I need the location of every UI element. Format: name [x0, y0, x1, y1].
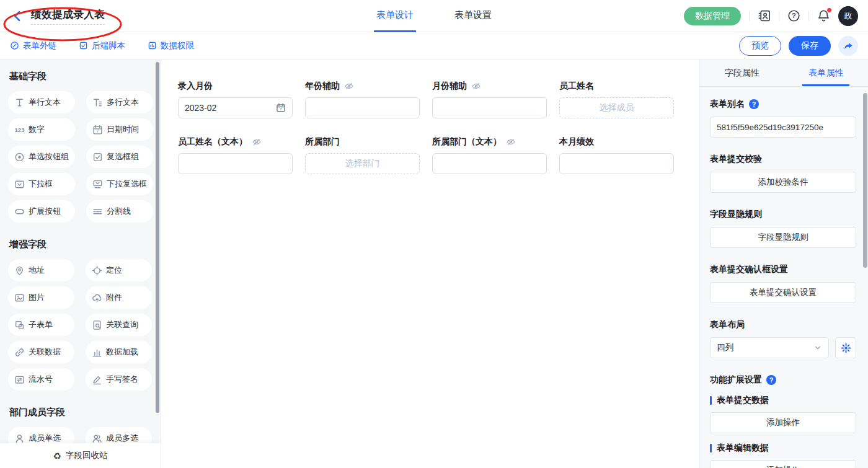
save-button[interactable]: 保存	[789, 36, 831, 56]
sidebar-scrollbar[interactable]	[156, 62, 159, 413]
field-pill-checkbox-group[interactable]: 复选框组	[86, 146, 153, 168]
enhanced-fields-grid: 地址 定位 图片 附件 子表单 关联查询 关联数据 数据加载 流水号 手写签名	[8, 259, 152, 391]
field-recycle-bin[interactable]: 字段回收站	[0, 443, 161, 468]
field-label: 录入月份	[178, 81, 213, 92]
tab-field-properties[interactable]: 字段属性	[700, 60, 784, 86]
field-pill-signature[interactable]: 手写签名	[86, 368, 152, 391]
text-input[interactable]	[432, 153, 547, 174]
submit-data-add-action-button[interactable]: 添加操作	[710, 412, 856, 433]
field-pill-locate[interactable]: 定位	[86, 259, 152, 281]
data-manage-button[interactable]: 数据管理	[684, 7, 741, 25]
layout-select-value: 四列	[717, 342, 733, 353]
help-icon[interactable]	[787, 9, 800, 22]
form-field-entry-month[interactable]: 录入月份 2023-02	[178, 81, 293, 118]
extend-button-icon	[14, 206, 25, 217]
submit-confirm-button[interactable]: 表单提交确认设置	[710, 282, 856, 303]
form-alias-label-row: 表单别名	[710, 99, 856, 110]
pill-label: 关联查询	[106, 319, 138, 330]
layout-select[interactable]: 四列	[710, 337, 829, 358]
back-icon[interactable]	[11, 10, 24, 22]
text-input[interactable]	[178, 153, 293, 174]
pill-label: 下拉框	[29, 179, 53, 190]
contacts-icon[interactable]	[758, 9, 771, 22]
department-picker[interactable]: 选择部门	[305, 153, 420, 174]
field-pill-datetime[interactable]: 日期时间	[86, 118, 153, 141]
field-visibility-label: 字段显隐规则	[710, 209, 856, 220]
field-pill-divider[interactable]: 分割线	[86, 200, 153, 223]
pill-label: 附件	[106, 292, 122, 303]
field-pill-subform[interactable]: 子表单	[8, 314, 74, 336]
hidden-eye-icon	[252, 137, 262, 147]
add-validation-button[interactable]: 添加校验条件	[710, 172, 856, 193]
linked-data-icon	[14, 347, 25, 358]
external-link-label: 表单外链	[23, 40, 56, 51]
field-pill-dropdown-multi[interactable]: 下拉复选框	[86, 173, 153, 195]
panel-scrollbar[interactable]	[863, 93, 867, 268]
field-visibility-button[interactable]: 字段显隐规则	[710, 227, 856, 248]
form-alias-input[interactable]	[710, 117, 856, 138]
field-pill-dropdown[interactable]: 下拉框	[8, 173, 75, 195]
form-layout-label: 表单布局	[710, 319, 856, 330]
form-field-department[interactable]: 所属部门 选择部门	[305, 136, 420, 174]
form-field-department-text[interactable]: 所属部门（文本）	[432, 136, 547, 174]
divider	[779, 11, 779, 21]
field-label: 员工姓名	[559, 81, 594, 92]
section-title-enhanced-fields: 增强字段	[9, 239, 152, 250]
form-field-month-helper[interactable]: 月份辅助	[432, 81, 547, 118]
divider	[808, 11, 809, 21]
notification-dot	[827, 8, 831, 12]
form-field-employee-name[interactable]: 员工姓名 选择成员	[559, 81, 674, 118]
help-icon[interactable]	[766, 375, 776, 385]
pill-label: 图片	[29, 292, 45, 303]
pill-label: 日期时间	[107, 124, 139, 135]
field-pill-image[interactable]: 图片	[8, 286, 74, 309]
text-input[interactable]	[305, 97, 420, 118]
edit-data-add-action-button[interactable]: 添加操作	[710, 460, 856, 468]
notification-bell[interactable]	[817, 9, 830, 22]
number-123-icon	[14, 125, 25, 135]
properties-panel: 字段属性 表单属性 表单别名 表单提交校验 添加校验条件 字段显隐规则 字段显隐…	[699, 60, 868, 468]
multi-line-text-icon	[92, 97, 103, 108]
form-field-employee-name-text[interactable]: 员工姓名（文本）	[178, 136, 293, 174]
share-button[interactable]	[838, 36, 858, 56]
pill-label: 分割线	[107, 206, 131, 217]
field-pill-address[interactable]: 地址	[8, 259, 74, 281]
form-title[interactable]: 绩效提成录入表	[31, 7, 105, 25]
field-pill-linked-query[interactable]: 关联查询	[86, 314, 152, 336]
form-field-year-helper[interactable]: 年份辅助	[305, 81, 420, 118]
pill-label: 数据加载	[106, 347, 138, 358]
field-pill-radio-group[interactable]: 单选按钮组	[8, 146, 75, 168]
text-input[interactable]	[432, 97, 547, 118]
tab-form-design[interactable]: 表单设计	[374, 0, 416, 32]
signature-pen-icon	[92, 374, 102, 385]
single-line-text-icon	[14, 97, 25, 108]
header-left: 绩效提成录入表	[0, 7, 105, 25]
form-field-monthly-performance[interactable]: 本月绩效	[559, 136, 674, 174]
field-pill-extend-button[interactable]: 扩展按钮	[8, 200, 75, 223]
text-input[interactable]	[559, 153, 674, 174]
field-pill-multi-line-text[interactable]: 多行文本	[86, 91, 153, 113]
pill-label: 关联数据	[29, 347, 61, 358]
avatar[interactable]: 政	[838, 6, 858, 26]
tab-form-settings[interactable]: 表单设置	[452, 0, 494, 32]
member-picker[interactable]: 选择成员	[559, 97, 674, 118]
layout-settings-button[interactable]	[835, 337, 856, 358]
external-link-button[interactable]: 表单外链	[10, 40, 56, 51]
form-design-canvas[interactable]: 录入月份 2023-02 年份辅助 月份辅助	[161, 60, 699, 468]
field-pill-linked-data[interactable]: 关联数据	[8, 341, 74, 363]
data-permission-button[interactable]: 数据权限	[148, 40, 194, 51]
help-icon[interactable]	[749, 99, 759, 109]
preview-button[interactable]: 预览	[739, 36, 781, 56]
backend-script-button[interactable]: 后端脚本	[79, 40, 125, 51]
field-pill-attachment[interactable]: 附件	[86, 286, 152, 309]
field-pill-serial-number[interactable]: 流水号	[8, 368, 74, 391]
tab-form-properties[interactable]: 表单属性	[784, 60, 868, 86]
submit-validation-label: 表单提交校验	[710, 154, 856, 165]
attachment-cloud-icon	[92, 293, 102, 303]
field-pill-data-load[interactable]: 数据加载	[86, 341, 152, 363]
field-pill-single-line-text[interactable]: 单行文本	[8, 91, 75, 113]
date-input[interactable]: 2023-02	[178, 97, 293, 118]
field-pill-number[interactable]: 数字	[8, 118, 75, 141]
backend-script-icon	[79, 41, 88, 50]
image-icon	[14, 293, 25, 303]
